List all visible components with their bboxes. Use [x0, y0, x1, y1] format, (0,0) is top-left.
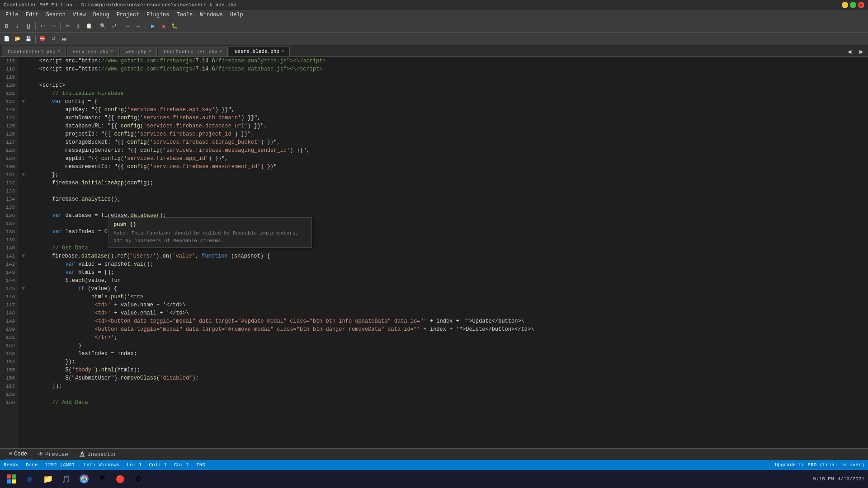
code-line-120: <script> [22, 81, 864, 89]
code-editor[interactable]: 1171181191201211221231241251261271281291… [0, 57, 868, 448]
tab-users-blade[interactable]: users.blade.php × [229, 47, 290, 56]
separator-4 [121, 22, 121, 30]
code-line-142: var value = snapshot.val(); [22, 260, 864, 268]
run-stop-button[interactable]: ⛔ [38, 34, 47, 44]
svg-rect-2 [7, 479, 11, 483]
autocomplete-tooltip: push ()Note: This function should be cal… [108, 217, 312, 248]
tab-preview[interactable]: 👁 Preview [33, 449, 73, 460]
taskbar-files[interactable]: 📁 [40, 471, 56, 487]
code-line-145: ▼ if (value) { [22, 285, 864, 293]
step-button[interactable]: ⏭ [59, 34, 69, 44]
line-number-120: 120 [3, 81, 15, 89]
line-number-121: 121 [3, 89, 15, 98]
prev-tab-button[interactable]: ◀ [844, 47, 854, 56]
status-ready: Ready [4, 462, 19, 468]
svg-rect-3 [12, 479, 16, 483]
undo-button[interactable]: ↩ [38, 21, 47, 31]
code-line-150: '<button data-toggle="modal" data-target… [22, 325, 864, 333]
tab-usercontroller[interactable]: UserController.php × [158, 47, 228, 56]
tab-services[interactable]: services.php × [67, 47, 119, 56]
cut-button[interactable]: ✂ [62, 21, 72, 31]
tooltip-note: Note: This function should be called by … [113, 230, 307, 244]
svg-rect-1 [12, 474, 16, 479]
separator-1 [35, 22, 36, 30]
eye-icon: 👁 [38, 451, 43, 458]
taskbar-app5[interactable]: 🖥 [94, 471, 110, 487]
code-line-154: }); [22, 358, 864, 366]
copy-button[interactable]: ⎘ [73, 21, 83, 31]
status-done: Done [26, 462, 38, 468]
taskbar-app7[interactable]: ⚙ [130, 471, 146, 487]
code-area[interactable]: <script src="https://www.gstatic.com/fir… [18, 57, 868, 448]
code-line-130: measurementId: "{{ config('services.fire… [22, 163, 864, 171]
line-number-141: 141 [3, 252, 15, 260]
menu-plugins[interactable]: Plugins [143, 10, 173, 20]
redo-button[interactable]: ↪ [48, 21, 58, 31]
replace-button[interactable]: ⇄ [109, 21, 119, 31]
upgrade-link[interactable]: Upgrade to PRO (trial is over) [775, 462, 864, 468]
search-button[interactable]: 🔍 [98, 21, 108, 31]
menu-view[interactable]: View [69, 10, 90, 20]
line-number-159: 159 [3, 399, 15, 407]
tab-codelobster[interactable]: CodeLobster1.php × [2, 47, 66, 56]
close-tab-users-blade[interactable]: × [281, 49, 284, 54]
close-tab-codelobster[interactable]: × [57, 49, 60, 54]
menu-project[interactable]: Project [113, 10, 143, 20]
line-number-133: 133 [3, 187, 15, 195]
menu-tools[interactable]: Tools [173, 10, 197, 20]
taskbar-media[interactable]: 🎵 [58, 471, 74, 487]
line-number-130: 130 [3, 163, 15, 171]
code-line-143: var htmls = []; [22, 268, 864, 277]
line-number-139: 139 [3, 236, 15, 244]
outdent-button[interactable]: ← [134, 21, 144, 31]
taskbar-app6[interactable]: 🔴 [112, 471, 128, 487]
next-tab-button[interactable]: ▶ [856, 47, 866, 56]
svg-rect-0 [7, 474, 11, 479]
indent-button[interactable]: → [123, 21, 133, 31]
open-button[interactable]: 📂 [13, 34, 23, 44]
minimize-button[interactable]: _ [842, 2, 848, 8]
close-tab-web[interactable]: × [148, 49, 151, 54]
tab-web[interactable]: web.php × [120, 47, 157, 56]
menu-help[interactable]: Help [226, 10, 247, 20]
menu-file[interactable]: File [2, 10, 22, 20]
taskbar: e 📁 🎵 🖥 🔴 ⚙ 9:15 PM [0, 470, 868, 488]
close-tab-usercontroller[interactable]: × [219, 49, 222, 54]
line-number-146: 146 [3, 293, 15, 301]
debug-button[interactable]: 🐛 [170, 21, 179, 31]
underline-button[interactable]: U [24, 21, 33, 31]
taskbar-ie[interactable]: e [22, 471, 38, 487]
code-line-155: $('tbody').html(htmls); [22, 366, 864, 374]
restart-button[interactable]: ↺ [48, 34, 58, 44]
paste-button[interactable]: 📋 [84, 21, 94, 31]
run-button[interactable]: ▶ [148, 21, 158, 31]
bold-button[interactable]: B [2, 21, 12, 31]
status-bar: Ready Done 1252 (ANSI - Lati Windows Ln:… [0, 460, 868, 470]
line-number-142: 142 [3, 260, 15, 268]
menu-search[interactable]: Search [42, 10, 69, 20]
tab-inspector[interactable]: 🔬 Inspector [73, 449, 122, 460]
tooltip-title: push () [113, 221, 307, 229]
code-line-134: firebase.analytics(); [22, 195, 864, 203]
close-button[interactable]: × [858, 2, 864, 8]
taskbar-chrome[interactable] [76, 471, 92, 487]
new-file-button[interactable]: 📄 [2, 34, 12, 44]
menu-edit[interactable]: Edit [22, 10, 42, 20]
tab-code[interactable]: ⌨ Code [4, 449, 33, 460]
line-number-123: 123 [3, 106, 15, 114]
save-button[interactable]: 💾 [24, 34, 33, 44]
taskbar-start[interactable] [4, 471, 20, 487]
status-right: Upgrade to PRO (trial is over) [775, 462, 864, 468]
close-tab-services[interactable]: × [110, 49, 113, 54]
menu-windows[interactable]: Windows [197, 10, 226, 20]
title-bar: CodeLobster PHP Edition - D:\xampp\htdoc… [0, 0, 868, 10]
stop-button[interactable]: ■ [159, 21, 169, 31]
code-line-147: '<td>' + value.name + '</td>\ [22, 301, 864, 309]
line-number-132: 132 [3, 179, 15, 187]
maximize-button[interactable]: □ [850, 2, 856, 8]
menu-bar: File Edit Search View Debug Project Plug… [0, 10, 868, 20]
italic-button[interactable]: I [13, 21, 23, 31]
line-number-124: 124 [3, 114, 15, 122]
code-line-121: // Initialize Firebase [22, 89, 864, 98]
menu-debug[interactable]: Debug [90, 10, 113, 20]
